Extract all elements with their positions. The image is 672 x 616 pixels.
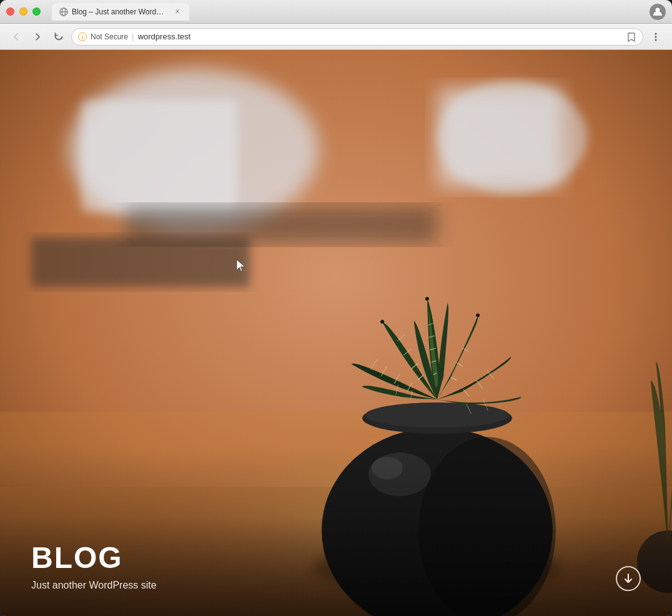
minimize-window-button[interactable] — [19, 7, 27, 16]
svg-point-7 — [655, 36, 657, 37]
scroll-down-button[interactable] — [616, 566, 641, 591]
close-window-button[interactable] — [6, 7, 14, 16]
toolbar: i Not Secure | wordpress.test — [0, 24, 672, 50]
profile-icon[interactable] — [650, 4, 666, 20]
arrow-down-icon — [623, 573, 634, 584]
tab-title: Blog – Just another WordPres... — [72, 7, 169, 16]
titlebar-right — [650, 4, 666, 20]
url-display: wordpress.test — [138, 32, 191, 41]
traffic-lights — [6, 7, 41, 16]
back-button[interactable] — [7, 28, 25, 46]
security-icon: i — [78, 32, 87, 41]
browser-content: BLOG Just another WordPress site — [0, 50, 672, 616]
forward-button[interactable] — [29, 28, 46, 46]
address-bar[interactable]: i Not Secure | wordpress.test — [71, 28, 643, 46]
tab-bar: Blog – Just another WordPres... ✕ — [52, 3, 645, 21]
titlebar: Blog – Just another WordPres... ✕ — [0, 0, 672, 24]
close-tab-button[interactable]: ✕ — [172, 7, 182, 16]
svg-point-8 — [655, 39, 657, 41]
tab-favicon-icon — [59, 7, 68, 16]
address-separator: | — [132, 32, 134, 42]
not-secure-label: Not Secure — [91, 32, 128, 41]
reload-button[interactable] — [50, 28, 67, 46]
hero-overlay: BLOG Just another WordPress site — [0, 516, 672, 616]
svg-text:i: i — [82, 34, 84, 41]
bookmark-button[interactable] — [626, 32, 636, 42]
browser-menu-button[interactable] — [647, 28, 665, 46]
fullscreen-window-button[interactable] — [32, 7, 41, 16]
browser-window: Blog – Just another WordPres... ✕ — [0, 0, 672, 616]
hero-subtitle: Just another WordPress site — [31, 580, 641, 591]
active-tab[interactable]: Blog – Just another WordPres... ✕ — [52, 3, 189, 21]
hero-image: BLOG Just another WordPress site — [0, 50, 672, 616]
svg-point-6 — [655, 32, 657, 34]
hero-title: BLOG — [31, 540, 641, 575]
